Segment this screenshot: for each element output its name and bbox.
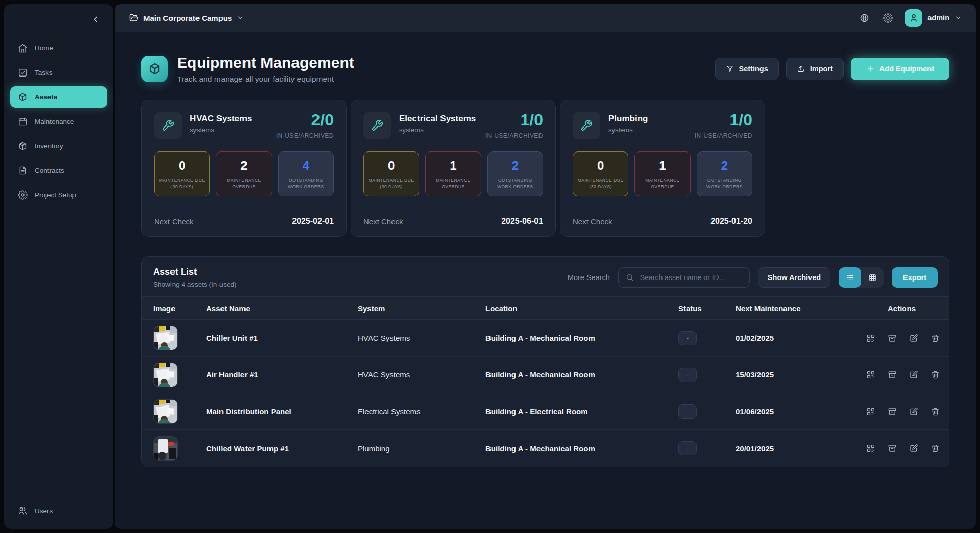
next-maintenance-date: 01/02/2025: [736, 334, 866, 342]
card-title: Electrical Systems: [399, 113, 476, 124]
page-header: Equipment Management Track and manage al…: [141, 54, 949, 84]
tasks-icon: [17, 67, 28, 78]
settings-button[interactable]: Settings: [715, 58, 779, 80]
gear-icon: [17, 190, 28, 200]
status-badge: -: [678, 368, 697, 382]
sidebar-item-maintenance[interactable]: Maintenance: [10, 111, 107, 132]
upload-icon: [797, 65, 805, 73]
sidebar-nav: Home Tasks Assets Maintenance: [4, 36, 113, 207]
topbar: Main Corporate Campus: [115, 4, 976, 32]
qr-code-button[interactable]: [866, 443, 876, 453]
sidebar-item-label: Home: [35, 44, 53, 52]
col-system: System: [358, 304, 485, 313]
system-card-plumbing[interactable]: Plumbing systems 1/0 IN-USE/ARCHIVED 0 M…: [560, 100, 765, 237]
topbar-right: admin: [858, 9, 962, 27]
qr-code-button[interactable]: [866, 407, 876, 417]
sidebar-item-inventory[interactable]: Inventory: [10, 135, 107, 157]
sidebar-item-home[interactable]: Home: [10, 37, 107, 59]
system-card-hvac[interactable]: HVAC Systems systems 2/0 IN-USE/ARCHIVED…: [141, 100, 347, 237]
language-button[interactable]: [858, 12, 870, 24]
filter-icon: [726, 65, 734, 73]
asset-thumbnail: [153, 399, 178, 424]
sidebar-item-tasks[interactable]: Tasks: [10, 62, 107, 83]
stat-maintenance-due: 0 MAINTENANCE DUE (30 DAYS): [363, 151, 419, 196]
table-row[interactable]: Chiller Unit #1 HVAC Systems Building A …: [142, 320, 949, 357]
asset-name: Main Distribution Panel: [206, 407, 358, 416]
in-use-ratio: 2/0: [276, 112, 334, 128]
wrench-icon: [154, 112, 182, 139]
sidebar-item-contracts[interactable]: Contracts: [10, 160, 107, 181]
system-cards: HVAC Systems systems 2/0 IN-USE/ARCHIVED…: [141, 100, 949, 237]
stat-maintenance-due: 0 MAINTENANCE DUE (30 DAYS): [573, 151, 628, 196]
sidebar-item-assets[interactable]: Assets: [10, 86, 107, 108]
edit-button[interactable]: [909, 443, 919, 453]
wrench-icon: [363, 112, 391, 139]
delete-button[interactable]: [930, 443, 940, 453]
equipment-icon: [141, 56, 168, 82]
next-check-label: Next Check: [363, 217, 403, 226]
stat-outstanding-work-orders: 4 OUTSTANDING WORK ORDERS: [278, 151, 334, 196]
export-button[interactable]: Export: [892, 267, 938, 288]
chevron-down-icon: [237, 14, 244, 21]
qr-code-button[interactable]: [866, 333, 876, 343]
cube-icon: [17, 92, 28, 102]
grid-view-button[interactable]: [861, 267, 884, 288]
sidebar-item-users[interactable]: Users: [10, 500, 107, 521]
chevron-down-icon: [954, 14, 962, 21]
edit-button[interactable]: [909, 370, 919, 380]
list-icon: [846, 273, 854, 282]
sidebar-collapse-button[interactable]: [90, 13, 102, 26]
next-maintenance-date: 20/01/2025: [736, 444, 866, 453]
asset-name: Air Handler #1: [206, 370, 358, 379]
archive-button[interactable]: [887, 333, 897, 343]
qr-code-button[interactable]: [866, 370, 876, 380]
stat-maintenance-overdue: 2 MAINTENANCE OVERDUE: [216, 151, 272, 196]
sidebar-item-project-setup[interactable]: Project Setup: [10, 184, 107, 206]
next-maintenance-date: 01/06/2025: [736, 407, 866, 416]
card-subtitle: systems: [399, 126, 476, 134]
delete-button[interactable]: [930, 370, 940, 380]
asset-location: Building A - Mechanical Room: [485, 370, 678, 379]
avatar: [905, 9, 922, 27]
edit-button[interactable]: [909, 407, 919, 417]
asset-list-title: Asset List: [153, 267, 237, 277]
list-view-button[interactable]: [839, 267, 861, 288]
asset-location: Building A - Electrical Room: [485, 407, 678, 416]
settings-button-topbar[interactable]: [881, 12, 894, 24]
show-archived-button[interactable]: Show Archived: [758, 267, 830, 288]
folder-icon: [129, 13, 138, 22]
archive-button[interactable]: [887, 370, 897, 380]
delete-button[interactable]: [930, 407, 940, 417]
in-use-ratio-label: IN-USE/ARCHIVED: [276, 132, 334, 139]
asset-thumbnail: [153, 326, 178, 350]
table-row[interactable]: Air Handler #1 HVAC Systems Building A -…: [142, 357, 949, 393]
col-next-maintenance: Next Maintenance: [736, 304, 866, 313]
sidebar-item-label: Inventory: [35, 142, 63, 150]
search-input[interactable]: [639, 273, 742, 282]
archive-button[interactable]: [887, 443, 897, 453]
globe-icon: [860, 13, 869, 23]
sidebar: Home Tasks Assets Maintenance: [4, 4, 113, 529]
system-card-electrical[interactable]: Electrical Systems systems 1/0 IN-USE/AR…: [351, 100, 556, 237]
page-title: Equipment Management: [177, 54, 354, 71]
card-title: HVAC Systems: [190, 113, 252, 124]
stat-outstanding-work-orders: 2 OUTSTANDING WORK ORDERS: [487, 151, 543, 196]
user-menu[interactable]: admin: [905, 9, 962, 27]
import-button[interactable]: Import: [786, 58, 844, 80]
add-equipment-button[interactable]: Add Equipment: [851, 58, 949, 80]
asset-system: HVAC Systems: [358, 334, 485, 342]
delete-button[interactable]: [930, 333, 940, 343]
view-toggle: [839, 267, 884, 288]
username: admin: [927, 14, 949, 22]
archive-button[interactable]: [887, 407, 897, 417]
search-icon: [626, 273, 634, 282]
edit-button[interactable]: [909, 333, 919, 343]
project-selector[interactable]: Main Corporate Campus: [129, 13, 244, 22]
in-use-ratio-label: IN-USE/ARCHIVED: [485, 132, 543, 139]
more-search-link[interactable]: More Search: [568, 273, 610, 282]
table-row[interactable]: Chilled Water Pump #1 Plumbing Building …: [142, 430, 949, 467]
table-row[interactable]: Main Distribution Panel Electrical Syste…: [142, 393, 949, 430]
gear-icon: [883, 13, 893, 23]
sidebar-item-label: Project Setup: [35, 191, 76, 199]
content: Equipment Management Track and manage al…: [115, 32, 976, 529]
